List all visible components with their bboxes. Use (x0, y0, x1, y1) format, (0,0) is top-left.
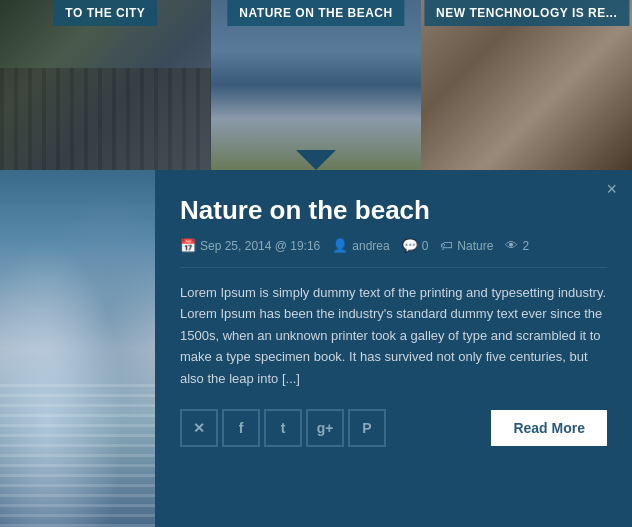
meta-separator (180, 267, 607, 268)
popup-content: × Nature on the beach 📅 Sep 25, 2014 @ 1… (155, 170, 632, 527)
gallery-item-city-title: TO THE CITY (53, 0, 157, 26)
gallery-item-tech-title: NEW TENCHNOLOGY IS RE... (424, 0, 629, 26)
meta-comments: 💬 0 (402, 238, 429, 253)
meta-views: 👁 2 (505, 238, 529, 253)
comment-icon: 💬 (402, 238, 418, 253)
share-twitter-button[interactable]: t (264, 409, 302, 447)
popup-panel: × Nature on the beach 📅 Sep 25, 2014 @ 1… (0, 170, 632, 527)
share-googleplus-button[interactable]: g+ (306, 409, 344, 447)
meta-date: 📅 Sep 25, 2014 @ 19:16 (180, 238, 320, 253)
popup-image (0, 170, 155, 527)
gallery-item-beach[interactable]: NATURE ON THE BEACH (211, 0, 422, 170)
read-more-button[interactable]: Read More (491, 410, 607, 446)
close-button[interactable]: × (606, 180, 617, 198)
popup-meta: 📅 Sep 25, 2014 @ 19:16 👤 andrea 💬 0 🏷 Na… (180, 238, 607, 253)
gallery-item-city[interactable]: TO THE CITY (0, 0, 211, 170)
gallery-item-tech[interactable]: NEW TENCHNOLOGY IS RE... (421, 0, 632, 170)
meta-author: 👤 andrea (332, 238, 389, 253)
meta-category: 🏷 Nature (440, 238, 493, 253)
popup-body-text: Lorem Ipsum is simply dummy text of the … (180, 282, 607, 389)
gallery-item-beach-title: NATURE ON THE BEACH (227, 0, 404, 26)
share-x-button[interactable]: ✕ (180, 409, 218, 447)
social-buttons: ✕ f t g+ P (180, 409, 386, 447)
popup-actions: ✕ f t g+ P Read More (180, 409, 607, 447)
eye-icon: 👁 (505, 238, 518, 253)
user-icon: 👤 (332, 238, 348, 253)
gallery-strip: TO THE CITY NATURE ON THE BEACH NEW TENC… (0, 0, 632, 170)
share-pinterest-button[interactable]: P (348, 409, 386, 447)
selected-indicator (296, 150, 336, 170)
tag-icon: 🏷 (440, 238, 453, 253)
calendar-icon: 📅 (180, 238, 196, 253)
popup-title: Nature on the beach (180, 195, 607, 226)
share-facebook-button[interactable]: f (222, 409, 260, 447)
